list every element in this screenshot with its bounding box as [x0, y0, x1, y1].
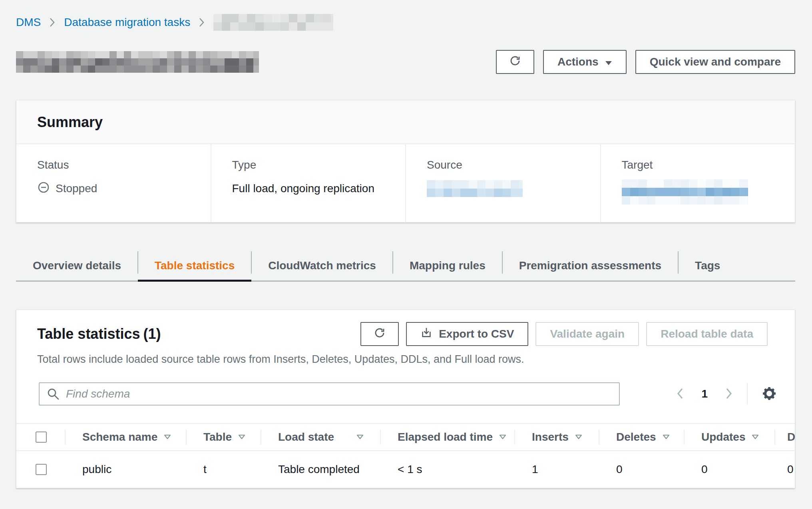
refresh-icon — [509, 55, 521, 70]
table-settings-button[interactable] — [762, 386, 776, 402]
breadcrumb-chevron-icon — [199, 18, 205, 27]
gear-icon — [762, 386, 776, 402]
dms-task-page: DMS Database migration tasks Actions — [0, 0, 812, 488]
status-stopped-icon — [37, 181, 50, 197]
column-header-elapsed-load-time[interactable]: Elapsed load time — [381, 424, 515, 450]
search-icon — [47, 388, 60, 402]
summary-target: Target — [600, 144, 795, 222]
tab-mapping-rules[interactable]: Mapping rules — [393, 251, 502, 280]
tab-overview-details[interactable]: Overview details — [16, 251, 138, 280]
column-header-load-state[interactable]: Load state — [261, 424, 381, 450]
chevron-right-icon — [725, 388, 732, 400]
summary-source: Source — [405, 144, 600, 222]
type-label: Type — [232, 159, 406, 171]
actions-button-label: Actions — [557, 56, 599, 68]
table-row: public t Table completed < 1 s 1 0 0 0 — [16, 451, 795, 488]
cell-load-state: Table completed — [261, 463, 381, 476]
previous-page-button[interactable] — [677, 388, 684, 400]
row-checkbox-cell — [16, 464, 66, 475]
column-header-deletes[interactable]: Deletes — [599, 424, 685, 450]
download-icon — [420, 327, 432, 342]
current-page-number: 1 — [701, 388, 708, 400]
column-header-table[interactable]: Table — [187, 424, 261, 450]
target-endpoint-redacted-link[interactable] — [622, 179, 748, 205]
summary-panel: Summary Status Stopped Type Full load, o… — [16, 100, 795, 223]
refresh-icon — [374, 327, 386, 342]
validate-again-label: Validate again — [550, 328, 625, 340]
source-endpoint-redacted-link[interactable] — [427, 180, 523, 197]
schema-search — [39, 382, 620, 406]
cell-table: t — [187, 463, 261, 476]
tab-premigration-assessments[interactable]: Premigration assessments — [502, 251, 678, 280]
table-refresh-button[interactable] — [360, 322, 399, 346]
breadcrumb-link-tasks[interactable]: Database migration tasks — [64, 16, 190, 29]
tab-table-statistics[interactable]: Table statistics — [138, 251, 251, 280]
task-tabs: Overview details Table statistics CloudW… — [16, 251, 795, 282]
tab-cloudwatch-metrics[interactable]: CloudWatch metrics — [251, 251, 393, 280]
page-title-redacted — [16, 51, 259, 73]
actions-button[interactable]: Actions — [543, 50, 627, 74]
summary-body: Status Stopped Type Full load, ongoing r… — [16, 144, 795, 222]
page-header: Actions Quick view and compare — [16, 50, 795, 74]
sort-icon[interactable] — [164, 434, 171, 440]
sort-icon[interactable] — [575, 434, 582, 440]
summary-title: Summary — [37, 114, 795, 131]
source-label: Source — [427, 159, 600, 171]
export-to-csv-button[interactable]: Export to CSV — [406, 322, 528, 346]
table-controls: 1 — [39, 382, 776, 406]
column-header-updates[interactable]: Updates — [685, 424, 775, 450]
cell-schema-name: public — [66, 463, 187, 476]
find-schema-input[interactable] — [39, 382, 620, 406]
summary-status: Status Stopped — [16, 144, 211, 222]
chevron-left-icon — [677, 388, 684, 400]
type-value: Full load, ongoing replication — [232, 179, 406, 198]
next-page-button[interactable] — [725, 388, 732, 400]
cell-elapsed-load-time: < 1 s — [381, 463, 515, 476]
target-label: Target — [622, 159, 795, 171]
table-statistics-description: Total rows include loaded source table r… — [37, 353, 774, 366]
reload-table-data-label: Reload table data — [661, 328, 753, 340]
export-to-csv-label: Export to CSV — [439, 328, 514, 340]
sort-icon[interactable] — [356, 434, 364, 440]
sort-icon[interactable] — [499, 434, 506, 440]
reload-table-data-button[interactable]: Reload table data — [646, 322, 768, 346]
breadcrumb: DMS Database migration tasks — [16, 14, 795, 31]
header-checkbox-cell — [16, 424, 66, 450]
header-buttons: Actions Quick view and compare — [496, 50, 795, 74]
table-statistics-header: Table statistics(1) Export to CSV Valida… — [16, 322, 795, 346]
table-statistics-title: Table statistics(1) — [37, 326, 161, 342]
quick-view-label: Quick view and compare — [650, 56, 781, 68]
breadcrumb-link-dms[interactable]: DMS — [16, 16, 41, 29]
summary-type: Type Full load, ongoing replication — [211, 144, 406, 222]
statistics-table: Schema name Table Load state Elapsed loa… — [16, 423, 795, 488]
pagination-divider — [747, 383, 748, 405]
table-statistics-panel: Table statistics(1) Export to CSV Valida… — [16, 310, 795, 488]
column-header-clipped[interactable]: D — [775, 424, 795, 450]
cell-updates: 0 — [685, 463, 775, 476]
table-statistics-count: (1) — [143, 326, 161, 342]
caret-down-icon — [605, 56, 612, 68]
status-label: Status — [37, 159, 211, 171]
cell-deletes: 0 — [599, 463, 685, 476]
refresh-button[interactable] — [496, 50, 534, 74]
sort-icon[interactable] — [663, 434, 670, 440]
breadcrumb-chevron-icon — [50, 18, 55, 27]
table-statistics-title-text: Table statistics — [37, 326, 140, 342]
cell-inserts: 1 — [515, 463, 599, 476]
row-checkbox[interactable] — [36, 464, 47, 475]
sort-icon[interactable] — [238, 434, 245, 440]
column-header-inserts[interactable]: Inserts — [515, 424, 599, 450]
table-statistics-buttons: Export to CSV Validate again Reload tabl… — [360, 322, 768, 346]
status-value: Stopped — [56, 182, 97, 195]
validate-again-button[interactable]: Validate again — [535, 322, 639, 346]
sort-icon[interactable] — [752, 434, 759, 440]
pagination: 1 — [677, 383, 776, 405]
summary-header: Summary — [16, 100, 795, 144]
quick-view-compare-button[interactable]: Quick view and compare — [635, 50, 795, 74]
select-all-checkbox[interactable] — [36, 431, 47, 443]
cell-clipped: 0 — [775, 463, 795, 476]
breadcrumb-current-redacted — [213, 14, 333, 31]
table-header-row: Schema name Table Load state Elapsed loa… — [16, 423, 795, 451]
tab-tags[interactable]: Tags — [678, 251, 737, 280]
column-header-schema-name[interactable]: Schema name — [66, 424, 187, 450]
